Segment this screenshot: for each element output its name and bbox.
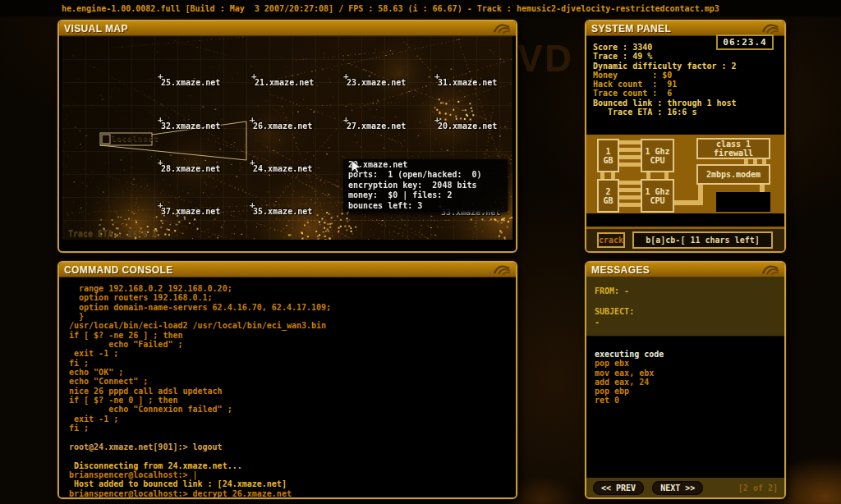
map-node-27.xmaze.net[interactable]: +27.xmaze.net [347, 121, 406, 131]
system-panel: SYSTEM PANEL 06:23.4 Score : 3340Trace :… [585, 20, 786, 253]
console-line: brianspencer@localhost:> decrypt 26.xmaz… [69, 489, 516, 498]
bus-bar [619, 181, 641, 185]
console-line: echo "Failed" ; [69, 340, 516, 349]
map-node-24.xmaze.net[interactable]: +24.xmaze.net [253, 164, 312, 173]
next-message-button[interactable]: NEXT >> [652, 481, 703, 495]
bus-bar [619, 195, 641, 199]
node-crosshair-icon: + [250, 199, 255, 210]
map-node-26.xmaze.net[interactable]: +26.xmaze.net [253, 121, 312, 131]
crack-button[interactable]: crack [597, 232, 625, 248]
console-line: if [ $? -ne 26 ] ; then [69, 331, 516, 340]
message-meta: FROM: -SUBJECT:- [586, 277, 784, 337]
console-line: nice 26 pppd call adsl updetach [69, 387, 516, 396]
cpu-module-2: 1 Ghz CPU [641, 179, 674, 213]
background-watermark: VD [517, 36, 573, 80]
mouse-cursor-icon [352, 160, 362, 174]
crack-row: crack [586, 227, 784, 251]
visual-map-panel: VISUAL MAP localhost +25.xmaz [57, 20, 517, 253]
bus-bar [619, 140, 641, 144]
node-crosshair-icon: + [251, 71, 257, 81]
system-stat-line: Hack count : 91 [593, 80, 784, 89]
node-label: 27.xmaze.net [347, 121, 406, 131]
system-panel-title: SYSTEM PANEL [591, 23, 671, 34]
console-line: brianspencer@localhost:> | [69, 470, 516, 479]
map-status-strip [62, 241, 512, 250]
bus-bar [619, 188, 641, 192]
localhost-node-label[interactable]: localhost [112, 135, 159, 143]
message-body-line: executing code [595, 350, 784, 359]
node-crosshair-icon: + [250, 114, 255, 125]
message-body-line: pop ebx [595, 359, 784, 368]
bus-bar [646, 172, 650, 179]
console-line: Host added to bounced link : [24.xmaze.n… [69, 479, 516, 488]
node-crosshair-icon: + [158, 71, 163, 81]
bus-bar [698, 185, 703, 205]
city-map[interactable]: localhost +25.xmaze.net+21.xmaze.net+23.… [62, 36, 512, 240]
map-node-21.xmaze.net[interactable]: +21.xmaze.net [255, 78, 314, 87]
bus-bar [619, 203, 641, 207]
map-node-32.xmaze.net[interactable]: +32.xmaze.net [161, 121, 220, 131]
messages-panel: MESSAGES FROM: -SUBJECT:- executing code… [585, 261, 786, 499]
map-node-31.xmaze.net[interactable]: +31.xmaze.net [438, 78, 497, 87]
engine-status-text: he.engine-1.00.0082.full [Build : May 3 … [62, 4, 719, 13]
message-meta-line: - [595, 318, 784, 328]
console-line: echo "OK" ; [69, 368, 516, 377]
node-label: 31.xmaze.net [438, 78, 497, 87]
panel-swirl-icon [493, 263, 511, 276]
tooltip-bounces: bounces left: 3 [348, 201, 503, 211]
tooltip-encryption: encryption key: 2048 bits [348, 181, 503, 190]
command-console-header: COMMAND CONSOLE [59, 263, 516, 277]
console-line [69, 451, 516, 460]
tooltip-money-files: money: $0 | files: 2 [348, 190, 503, 200]
hardware-diagram: 1 GB 1 Ghz CPU class 1 firewall 2mbps.mo… [586, 135, 784, 213]
modem-module: 2mbps.modem [696, 164, 770, 185]
bus-bar [611, 172, 615, 179]
map-node-35.xmaze.net[interactable]: +35.xmaze.net [253, 207, 312, 216]
messages-nav-bar: << PREV NEXT >> [2 of 2] [586, 478, 784, 497]
map-node-28.xmaze.net[interactable]: +28.xmaze.net [161, 164, 220, 173]
node-crosshair-icon: + [158, 114, 163, 125]
engine-status-bar: he.engine-1.00.0082.full [Build : May 3 … [0, 0, 841, 16]
node-label: 35.xmaze.net [253, 207, 312, 216]
console-line: if [ $? -ne 0 ] ; then [69, 396, 516, 405]
bus-bar [664, 172, 669, 179]
console-line [69, 433, 516, 442]
console-line: } [69, 312, 516, 321]
node-label: 23.xmaze.net [347, 78, 406, 87]
firewall-module: class 1 firewall [696, 138, 770, 159]
prev-message-button[interactable]: << PREV [593, 481, 644, 495]
system-stat-line: Trace ETA : 16:6 s [593, 108, 784, 117]
crack-password-input[interactable] [632, 231, 773, 249]
node-crosshair-icon: + [434, 71, 440, 81]
hardware-display-screen [716, 192, 770, 212]
bus-bar [619, 148, 641, 152]
system-stat-line: Trace : 49 % [593, 52, 784, 61]
map-node-20.xmaze.net[interactable]: +20.xmaze.net [438, 121, 497, 131]
tooltip-host: 29.xmaze.net [348, 160, 503, 170]
node-crosshair-icon: + [250, 157, 255, 167]
bus-bar [600, 172, 604, 179]
console-line: Disconnecting from 24.xmaze.net... [69, 461, 516, 470]
messages-header: MESSAGES [586, 263, 784, 277]
console-line: exit -1 ; [69, 349, 516, 358]
node-label: 25.xmaze.net [161, 78, 220, 87]
message-body-line: mov eax, ebx [595, 369, 784, 378]
bus-bar [619, 163, 641, 167]
map-node-23.xmaze.net[interactable]: +23.xmaze.net [347, 78, 406, 87]
ram-module-2: 2 GB [597, 179, 619, 213]
map-node-37.xmaze.net[interactable]: +37.xmaze.net [161, 207, 220, 216]
panel-swirl-icon [761, 263, 779, 276]
node-crosshair-icon: + [158, 157, 163, 167]
map-node-25.xmaze.net[interactable]: +25.xmaze.net [161, 78, 220, 87]
system-stat-line: Dynamic difficulty factor : 2 [593, 62, 784, 71]
node-label: 24.xmaze.net [253, 164, 312, 173]
messages-title: MESSAGES [591, 264, 650, 276]
visual-map-title: VISUAL MAP [64, 23, 128, 34]
system-stat-line: Money : $0 [593, 71, 784, 80]
console-output[interactable]: range 192.168.0.2 192.168.0.20; option r… [59, 277, 516, 498]
node-crosshair-icon: + [158, 199, 163, 210]
message-meta-line: FROM: - [595, 286, 784, 297]
system-stat-line: Bounced link : through 1 host [593, 99, 784, 108]
node-label: 28.xmaze.net [161, 164, 220, 173]
console-line: echo "Connect" ; [69, 377, 516, 386]
